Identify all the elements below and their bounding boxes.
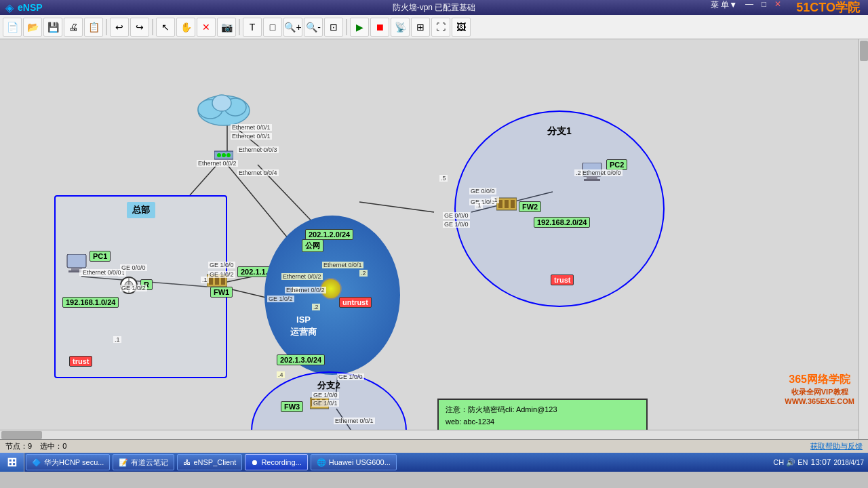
taskbar-item-2[interactable]: 📝 有道云笔记 xyxy=(113,454,174,470)
dot1-fw2: .1 xyxy=(491,197,499,203)
taskbar-icon-3: 🖧 xyxy=(183,458,191,466)
capture-button[interactable]: 📡 xyxy=(391,18,410,37)
ge100-fw3: GE 1/0/0 xyxy=(312,392,339,399)
toolbar: 📄 📂 💾 🖨 📋 ↩ ↪ ↖ ✋ ✕ 📷 T □ 🔍+ 🔍- ⊡ ▶ ⏹ 📡 … xyxy=(0,15,868,39)
start-button[interactable]: ▶ xyxy=(350,18,369,37)
print-button[interactable]: 📋 xyxy=(84,18,103,37)
app-title-logo: eNSP xyxy=(18,2,43,13)
svg-point-17 xyxy=(217,153,221,157)
statusbar: 节点：9 选中：0 获取帮助与反馈 xyxy=(0,439,868,453)
info-line1: 注意：防火墙密码cli: Admin@123 xyxy=(446,404,639,416)
dot2-isp-2: .2 xyxy=(312,304,320,310)
taskbar-icon-4: ⏺ xyxy=(251,458,258,466)
dot4-isp: .4 xyxy=(277,371,285,378)
ge102-near-isp: GE 1/0/2 xyxy=(267,296,294,302)
fenzhi2-circle: 分支2 FW3 GE 1/0/0 GE 1/0/1 PC3 trust xyxy=(251,371,407,439)
ge101-fw3: GE 1/0/1 xyxy=(312,400,339,407)
taskbar-icon-1: 🔷 xyxy=(32,458,41,467)
taskbar-label-4: Recording... xyxy=(261,458,301,466)
topology-button[interactable]: ⊞ xyxy=(411,18,430,37)
start-button[interactable]: ⊞ xyxy=(0,453,24,472)
fenzhi1-circle: 分支1 PC2 FW2 GE 0/0/0 GE 1/0/0 .1 .2 xyxy=(454,110,665,307)
new-button[interactable]: 📄 xyxy=(3,18,22,37)
taskbar-item-3[interactable]: 🖧 eNSP_Client xyxy=(177,454,242,470)
vertical-scrollbar[interactable] xyxy=(859,39,868,439)
clock-date: 2018/4/17 xyxy=(834,459,865,466)
dot1-fw1: .1 xyxy=(201,277,209,283)
subnet-branch1: 192.168.2.0/24 xyxy=(534,217,590,228)
save-button[interactable]: 💾 xyxy=(43,18,62,37)
menu-button[interactable]: 菜 单▼ xyxy=(708,0,740,16)
zoom-out-button[interactable]: 🔍- xyxy=(304,18,323,37)
ge102-fw1: GE 1/0/2 xyxy=(208,271,235,278)
window-title: 防火墙-vpn 已配置基础 xyxy=(393,2,476,14)
record-button[interactable]: 📷 xyxy=(217,18,236,37)
svg-rect-33 xyxy=(584,179,600,181)
svg-line-6 xyxy=(359,202,434,212)
svg-line-2 xyxy=(190,165,217,195)
taskbar: ⊞ 🔷 华为HCNP secu... 📝 有道云笔记 🖧 eNSP_Client… xyxy=(0,453,868,472)
taskbar-item-4[interactable]: ⏺ Recording... xyxy=(245,454,307,470)
ge000-fw2: GE 0/0/0 xyxy=(469,188,496,195)
ge000-label: GE 0/0/0 xyxy=(120,264,147,271)
taskbar-right: CH 🔊 EN 13:07 2018/4/17 xyxy=(769,458,868,467)
select-button[interactable]: ↖ xyxy=(156,18,175,37)
fenzhi1-label: 分支1 xyxy=(547,125,572,138)
open-button[interactable]: 📂 xyxy=(23,18,42,37)
ge100-fw1: GE 1/0/0 xyxy=(208,262,235,268)
svg-point-15 xyxy=(212,95,231,111)
sys-tray: CH 🔊 EN xyxy=(773,458,808,467)
taskbar-item-1[interactable]: 🔷 华为HCNP secu... xyxy=(26,454,110,470)
svg-point-19 xyxy=(226,153,231,157)
minimize-button[interactable]: — xyxy=(743,0,756,16)
fw1-label: FW1 xyxy=(210,287,233,298)
window-controls: 菜 单▼ — □ ✕ 51CTO学院 xyxy=(708,0,863,16)
undo-button[interactable]: ↩ xyxy=(110,18,129,37)
snapshot-button[interactable]: 🖼 xyxy=(452,18,471,37)
hand-button[interactable]: ✋ xyxy=(176,18,195,37)
untrust-label: untrust xyxy=(339,297,372,308)
close-button[interactable]: ✕ xyxy=(772,0,784,16)
delete-button[interactable]: ✕ xyxy=(197,18,216,37)
watermark: 365网络学院 收录全网VIP教程 WWW.365EXE.COM xyxy=(785,373,854,405)
export-button[interactable]: 🖨 xyxy=(64,18,83,37)
net202-3-label: 202.1.3.0/24 xyxy=(277,354,325,365)
nodes-count: 节点：9 选中：0 xyxy=(5,441,66,451)
separator-2 xyxy=(152,19,153,35)
net202-2-label: 202.1.2.0/24 xyxy=(305,229,353,240)
titlebar: ◈ eNSP 防火墙-vpn 已配置基础 菜 单▼ — □ ✕ 51CTO学院 xyxy=(0,0,868,15)
fw2-device xyxy=(496,197,517,214)
separator-4 xyxy=(346,19,347,35)
nodes-label: 节点：9 xyxy=(5,442,32,450)
fullscreen-button[interactable]: ⛶ xyxy=(431,18,450,37)
svg-point-18 xyxy=(222,153,226,157)
zoom-in-button[interactable]: 🔍+ xyxy=(283,18,302,37)
rect-button[interactable]: □ xyxy=(263,18,282,37)
ge100-conn: GE 1/0/0 xyxy=(443,221,470,228)
decorative-logo: 51CTO学院 xyxy=(793,0,863,16)
watermark-line1: 365网络学院 xyxy=(785,373,854,387)
help-link[interactable]: 获取帮助与反馈 xyxy=(810,441,863,451)
eth-label-2: Ethernet 0/0/1 xyxy=(231,133,272,140)
svg-rect-32 xyxy=(587,176,597,179)
taskbar-item-5[interactable]: 🌐 Huawei USG600... xyxy=(311,454,397,470)
main-area[interactable]: Ethernet 0/0/1 Ethernet 0/0/1 Ethernet 0… xyxy=(0,39,868,439)
eth-isp-1: Ethernet 0/0/1 xyxy=(322,262,363,268)
isp-text1: ISP 运营商 xyxy=(290,314,317,338)
horizontal-scrollbar[interactable] xyxy=(0,430,859,439)
maximize-button[interactable]: □ xyxy=(759,0,769,16)
watermark-line3: WWW.365EXE.COM xyxy=(785,397,854,405)
ge101-fw3-pc3: Ethernet 0/0/1 xyxy=(334,418,375,424)
watermark-line2: 收录全网VIP教程 xyxy=(785,387,854,397)
stop-button[interactable]: ⏹ xyxy=(370,18,389,37)
redo-button[interactable]: ↪ xyxy=(130,18,149,37)
eth-pc2: Ethernet 0/0/0 xyxy=(581,169,623,176)
dot2-isp-3: .2 xyxy=(359,270,368,277)
fenzhi2-label: 分支2 xyxy=(317,380,340,392)
taskbar-label-3: eNSP_Client xyxy=(193,458,236,466)
eth-label-3: Ethernet 0/0/3 xyxy=(237,146,279,153)
zongbu-zone: 总部 PC1 R 192.168.1.0/24 .1 .2 xyxy=(54,195,227,378)
fit-button[interactable]: ⊡ xyxy=(324,18,343,37)
text-button[interactable]: T xyxy=(243,18,262,37)
fw3-label: FW3 xyxy=(281,401,303,412)
